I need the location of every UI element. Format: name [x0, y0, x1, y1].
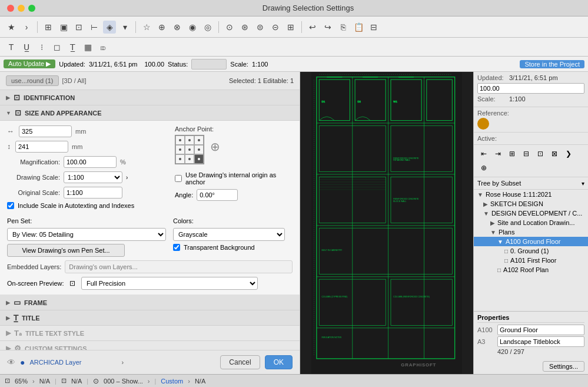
anchor-cell-mr[interactable]	[194, 145, 204, 154]
drawing-icon[interactable]: ◈	[103, 21, 116, 34]
drawing-scale-select[interactable]: 1:100	[64, 171, 122, 183]
anchor-cell-tl[interactable]	[175, 135, 185, 145]
anchor-cell-tr[interactable]	[194, 135, 204, 145]
anchor-cell-tc[interactable]	[185, 135, 194, 145]
nav4-icon[interactable]: ⊟	[520, 147, 533, 160]
view-pen-button[interactable]: View Drawing's own Pen Set...	[7, 244, 125, 257]
second-toolbar: T U̲ ⁝ ◻ T̲ ▦ ⎄	[0, 38, 588, 57]
nav2-icon[interactable]: ⇥	[491, 147, 504, 160]
title-text-style-header[interactable]: ▶ Tₐ TITLE TEXT STYLE	[0, 326, 300, 341]
include-scale-checkbox[interactable]	[7, 202, 14, 209]
anchor-cell-bc[interactable]	[185, 154, 194, 164]
undo-icon[interactable]: ↩	[306, 21, 319, 34]
transparent-checkbox[interactable]	[173, 244, 180, 251]
navigate5-icon[interactable]: ◎	[201, 21, 214, 34]
nav5-icon[interactable]: ⊡	[534, 147, 547, 160]
table-icon[interactable]: ▦	[81, 41, 94, 54]
status-field[interactable]	[191, 59, 227, 70]
section-icon[interactable]: ⊡	[72, 21, 85, 34]
nav7-icon[interactable]: ❯	[562, 147, 575, 160]
width-input[interactable]	[19, 125, 72, 137]
title-header[interactable]: ▶ T̲ TITLE	[0, 310, 300, 326]
tree-item-a102[interactable]: □ A102 Roof Plan	[474, 265, 588, 274]
scale-value: 1:100	[252, 61, 268, 68]
settings-button[interactable]: Settings...	[543, 361, 584, 372]
custom-settings-header[interactable]: ▶ ⚙ CUSTOM SETTINGS	[0, 341, 300, 350]
identification-header[interactable]: ▶ ⊡ IDENTIFICATION	[0, 90, 300, 105]
anchor-grid[interactable]	[175, 135, 204, 164]
underline-icon[interactable]: U̲	[20, 41, 33, 54]
height-input[interactable]	[15, 141, 68, 153]
tool2-icon[interactable]: ⊛	[238, 21, 251, 34]
select-icon[interactable]: ⊟	[367, 21, 380, 34]
tree-item-design-dev[interactable]: ▼ DESIGN DEVELOPMENT / C...	[474, 209, 588, 218]
navigate4-icon[interactable]: ◉	[186, 21, 199, 34]
tab-3d[interactable]: [3D / All]	[62, 77, 87, 84]
store-button[interactable]: Store in the Project	[520, 60, 584, 68]
anchor-cell-bl[interactable]	[175, 154, 185, 164]
redo-icon[interactable]: ↪	[321, 21, 334, 34]
arrow-icon[interactable]: ›	[20, 21, 33, 34]
rect-icon[interactable]: ◻	[51, 41, 64, 54]
tree-folder-sketch-icon: ▶	[483, 201, 488, 207]
paste-icon[interactable]: 📋	[352, 21, 365, 34]
anchor-cell-ml[interactable]	[175, 145, 185, 154]
pen-set-select[interactable]: By View: 05 Detailing	[7, 228, 166, 241]
text-icon[interactable]: T	[5, 41, 18, 54]
anchor-cell-mc[interactable]	[185, 145, 194, 154]
nav1-icon[interactable]: ⇤	[477, 147, 490, 160]
nav8-icon[interactable]: ⊕	[477, 161, 490, 174]
tool5-icon[interactable]: ⊞	[284, 21, 297, 34]
size-appearance-header[interactable]: ▼ ⊡ SIZE AND APPEARANCE	[0, 105, 300, 121]
tree-item-ground1[interactable]: □ 0. Ground (1)	[474, 246, 588, 256]
dots-icon[interactable]: ⁝	[35, 41, 48, 54]
elevation-icon[interactable]: ⊢	[88, 21, 101, 34]
status-custom[interactable]: Custom	[161, 378, 183, 385]
navigate1-icon[interactable]: ☆	[140, 21, 153, 34]
preview-select[interactable]: Full Precision	[81, 277, 258, 290]
tree-item-a101[interactable]: □ A101 First Floor	[474, 256, 588, 265]
drawing-canvas[interactable]: D1 D2 W1	[300, 72, 473, 374]
tree-item-plans[interactable]: ▼ Plans	[474, 227, 588, 237]
cancel-button[interactable]: Cancel	[220, 355, 260, 369]
text2-icon[interactable]: T̲	[66, 41, 79, 54]
navigate2-icon[interactable]: ⊕	[155, 21, 168, 34]
navigate3-icon[interactable]: ⊗	[171, 21, 184, 34]
special-icon[interactable]: ⎄	[97, 41, 109, 54]
copy-icon[interactable]: ⎘	[337, 21, 350, 34]
colors-select[interactable]: Grayscale	[173, 228, 285, 241]
tool3-icon[interactable]: ⊜	[254, 21, 267, 34]
props-a3-input[interactable]	[497, 336, 584, 347]
dropdown-icon[interactable]: ▾	[118, 21, 131, 34]
tree-header-dropdown-icon[interactable]: ▾	[582, 180, 584, 187]
box-icon[interactable]: ▣	[57, 21, 70, 34]
angle-input[interactable]	[197, 189, 238, 201]
embedded-layers-input[interactable]	[65, 260, 293, 273]
star-icon[interactable]: ★	[5, 21, 18, 34]
maximize-button[interactable]	[28, 5, 35, 12]
use-origin-checkbox[interactable]	[175, 175, 182, 182]
tree-item-a100[interactable]: ▼ A100 Ground Floor	[474, 237, 588, 246]
ok-button[interactable]: OK	[265, 355, 293, 369]
nav6-icon[interactable]: ⊠	[548, 147, 561, 160]
angle-label: Angle:	[175, 191, 193, 199]
tool1-icon[interactable]: ⊙	[223, 21, 236, 34]
tree-item-site[interactable]: ▶ Site and Location Drawin...	[474, 218, 588, 227]
tree-item-rose[interactable]: ▼ Rose House 1:11:2021	[474, 190, 588, 199]
tab-round[interactable]: use...round (1)	[6, 75, 59, 86]
anchor-cell-br[interactable]	[194, 154, 204, 164]
frame-header[interactable]: ▶ ▭ FRAME	[0, 295, 300, 310]
nav3-icon[interactable]: ⊞	[506, 147, 519, 160]
auto-update-button[interactable]: Auto Update ▶	[4, 59, 55, 68]
right-field-input[interactable]	[477, 83, 584, 94]
props-a100-input[interactable]	[497, 325, 584, 335]
tree-item-sketch[interactable]: ▶ SKETCH DESIGN	[474, 199, 588, 209]
drawing-scale-arrow[interactable]: ›	[126, 174, 128, 181]
custom-settings-label: CUSTOM SETTINGS	[25, 345, 87, 350]
grid-icon[interactable]: ⊞	[42, 21, 55, 34]
magnification-input[interactable]	[64, 156, 117, 168]
tool4-icon[interactable]: ⊝	[269, 21, 282, 34]
minimize-button[interactable]	[18, 5, 25, 12]
close-button[interactable]	[7, 5, 14, 12]
original-scale-input[interactable]	[64, 187, 122, 199]
